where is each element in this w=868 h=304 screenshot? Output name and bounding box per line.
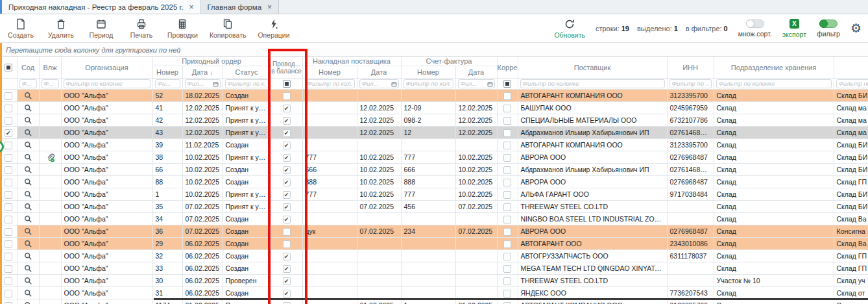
column-header-date[interactable]: Дата ↓ [182,66,223,78]
row-checkbox[interactable] [5,191,12,199]
filter-sf_num[interactable] [404,79,453,88]
magnifier-icon[interactable] [24,92,32,100]
row-checkbox[interactable] [5,203,12,211]
correction-checkbox[interactable] [503,203,511,211]
excel-icon[interactable]: X [790,19,799,29]
column-header-num[interactable]: Номер [152,66,182,78]
column-header-wh[interactable] [834,57,868,78]
table-row[interactable]: ООО "Альфа"3810.02.2025Принят к учету777… [0,151,868,163]
create-button[interactable]: Создать [6,18,35,39]
balance-checkbox[interactable] [283,253,291,260]
correction-checkbox[interactable] [503,166,511,174]
row-checkbox[interactable] [5,129,12,137]
magnifier-icon[interactable] [24,153,32,162]
multi-sort-toggle[interactable] [746,19,764,28]
filter-status[interactable] [225,79,269,88]
filter-corr-checkbox[interactable] [503,80,511,88]
refresh-button[interactable]: Обновить [554,18,585,39]
magnifier-icon[interactable] [24,178,32,186]
magnifier-icon[interactable] [24,240,32,248]
table-row[interactable]: ООО "Альфа"8810.02.2025Создан88810.02.20… [0,175,868,188]
column-header-sel[interactable] [0,57,17,78]
filter-content[interactable] [19,79,37,88]
magnifier-icon[interactable] [24,277,32,285]
table-row[interactable]: ООО "Альфа"3911.02.2025СозданАВТОГАРАНТ … [0,138,868,151]
balance-checkbox[interactable] [283,228,291,236]
column-header-content[interactable]: Сод [17,57,39,78]
correction-checkbox[interactable] [503,142,511,149]
filter-balance-checkbox[interactable] [283,80,291,88]
magnifier-icon[interactable] [24,252,32,260]
table-row[interactable]: ООО "Альфа"4112.02.2025Принят к учету12.… [0,101,868,114]
table-row[interactable]: ООО "Альфа"4212.02.2025Принят к учету12.… [0,114,868,126]
balance-checkbox[interactable] [283,142,291,149]
copy-button[interactable]: Копировать [210,18,247,39]
correction-checkbox[interactable] [503,191,511,199]
row-checkbox[interactable] [5,277,12,285]
balance-checkbox[interactable] [283,216,291,223]
column-header-supplier[interactable]: Поставщик [518,57,667,78]
column-header-storage[interactable]: Подразделение хранения [714,57,834,78]
print-button[interactable]: Печать [127,18,156,39]
correction-checkbox[interactable] [503,117,511,125]
row-checkbox[interactable] [5,142,12,149]
filter-inv_num[interactable] [305,79,355,88]
filter-org[interactable] [64,79,151,88]
row-checkbox[interactable] [5,92,12,100]
close-icon[interactable]: × [189,3,194,12]
balance-checkbox[interactable] [283,265,291,273]
row-checkbox[interactable] [5,117,12,125]
correction-checkbox[interactable] [503,228,511,236]
filter-num[interactable] [155,79,180,88]
row-checkbox[interactable] [5,166,12,174]
column-header-corr[interactable]: Коррек... [497,57,518,78]
balance-checkbox[interactable] [283,105,291,112]
table-row[interactable]: ООО "Альфа"3507.02.2025Принят к учету07.… [0,200,868,212]
postings-button[interactable]: Проводки [167,18,198,39]
correction-checkbox[interactable] [503,240,511,248]
groupby-dropzone[interactable]: Перетащите сюда колонку для группировки … [0,43,868,57]
column-header-sf_num[interactable]: Номер [401,66,455,78]
correction-checkbox[interactable] [503,179,511,186]
column-header-inn[interactable]: ИНН [667,57,714,78]
column-header-inv_num[interactable]: Номер [302,66,357,78]
row-checkbox[interactable] [5,240,12,248]
correction-checkbox[interactable] [503,253,511,260]
table-row[interactable]: ООО "Альфа"3306.02.2025СозданMEGA TEAM T… [0,262,868,274]
tab-invoice-registry[interactable]: Приходная накладная - Реестр за февраль … [2,0,201,14]
column-header-org[interactable]: Организация [61,57,152,78]
balance-checkbox[interactable] [283,191,291,199]
magnifier-icon[interactable] [24,129,32,137]
magnifier-icon[interactable] [24,264,32,273]
magnifier-icon[interactable] [24,190,32,199]
magnifier-icon[interactable] [24,215,32,223]
correction-checkbox[interactable] [503,105,511,112]
close-icon[interactable]: × [267,3,272,12]
row-checkbox[interactable] [5,290,12,298]
tab-main-form[interactable]: Главная форма × [201,0,280,14]
correction-checkbox[interactable] [503,154,511,162]
table-row[interactable]: ООО "Альфа"3407.02.2025СозданNINGBO BOA … [0,212,868,225]
row-checkbox[interactable] [5,228,12,236]
correction-checkbox[interactable] [503,92,511,100]
table-row[interactable]: ООО "Альфа"110.02.2025Принят к учету7771… [0,188,868,200]
balance-checkbox[interactable] [283,154,291,162]
balance-checkbox[interactable] [283,166,291,174]
balance-checkbox[interactable] [283,277,291,285]
balance-checkbox[interactable] [283,290,291,298]
table-row[interactable]: ООО "Альфа"3106.02.2025СозданЯНДЕКС ООО7… [0,286,868,299]
correction-checkbox[interactable] [503,290,511,298]
table-row[interactable]: ООО "Альфа"3206.02.2025СозданАВТОГРУЗЗАП… [0,249,868,262]
magnifier-icon[interactable] [24,116,32,125]
balance-checkbox[interactable] [283,203,291,211]
filter-toggle[interactable] [819,19,838,28]
column-header-attach[interactable]: Влж [39,57,61,78]
balance-checkbox[interactable] [283,179,291,186]
filter-attach[interactable] [42,79,59,88]
correction-checkbox[interactable] [503,277,511,285]
magnifier-icon[interactable] [24,301,32,304]
magnifier-icon[interactable] [24,166,32,174]
filter-wh[interactable] [836,79,868,88]
row-checkbox[interactable] [5,216,12,223]
balance-checkbox[interactable] [283,117,291,125]
